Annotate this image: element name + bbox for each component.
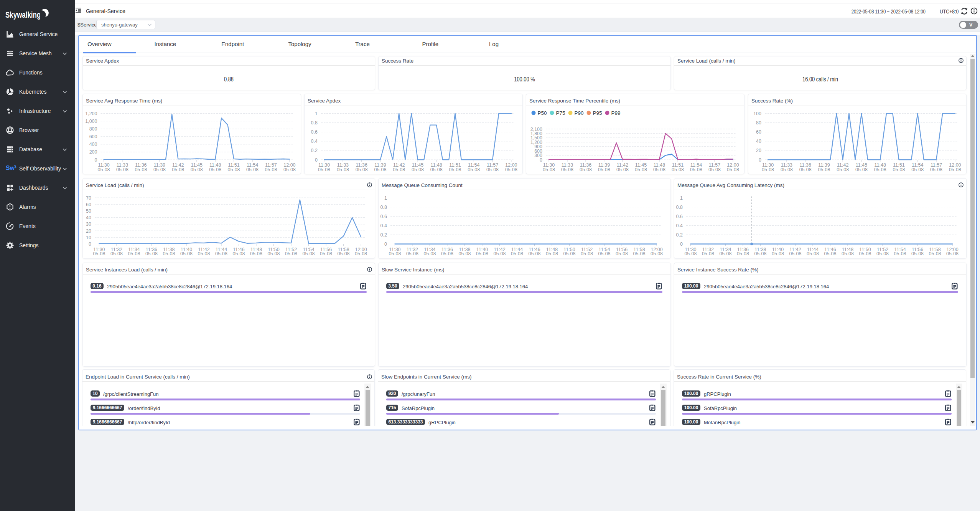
- svg-text:05-08: 05-08: [283, 167, 296, 172]
- svg-text:05-08: 05-08: [546, 251, 558, 256]
- svg-text:05-08: 05-08: [894, 251, 906, 256]
- svg-text:40: 40: [756, 139, 761, 144]
- svg-text:05-08: 05-08: [423, 251, 436, 256]
- svg-text:60: 60: [86, 202, 91, 207]
- svg-text:0: 0: [759, 157, 761, 163]
- svg-text:05-08: 05-08: [163, 251, 175, 256]
- svg-text:50: 50: [86, 208, 91, 214]
- svg-text:05-08: 05-08: [110, 251, 123, 256]
- svg-text:100: 100: [753, 111, 761, 116]
- svg-text:05-08: 05-08: [946, 251, 959, 256]
- svg-text:05-08: 05-08: [781, 167, 793, 172]
- svg-text:1,000: 1,000: [85, 119, 97, 124]
- svg-text:05-08: 05-08: [653, 167, 665, 172]
- svg-text:05-08: 05-08: [494, 251, 506, 256]
- svg-text:05-08: 05-08: [672, 167, 684, 172]
- svg-text:05-08: 05-08: [949, 167, 961, 172]
- svg-text:05-08: 05-08: [355, 251, 367, 256]
- svg-text:1: 1: [384, 195, 387, 201]
- svg-text:05-08: 05-08: [412, 167, 424, 172]
- svg-text:05-08: 05-08: [772, 251, 784, 256]
- svg-text:0.8: 0.8: [380, 205, 387, 210]
- svg-text:05-08: 05-08: [807, 251, 819, 256]
- svg-text:05-08: 05-08: [684, 251, 697, 256]
- svg-text:0.4: 0.4: [676, 223, 683, 228]
- svg-text:05-08: 05-08: [393, 167, 405, 172]
- svg-text:0: 0: [680, 241, 683, 247]
- svg-text:05-08: 05-08: [727, 167, 739, 172]
- svg-text:05-08: 05-08: [818, 167, 830, 172]
- svg-text:05-08: 05-08: [198, 251, 210, 256]
- svg-text:05-08: 05-08: [303, 251, 315, 256]
- svg-text:05-08: 05-08: [135, 167, 147, 172]
- svg-text:10: 10: [86, 235, 91, 240]
- svg-text:0: 0: [315, 157, 318, 163]
- svg-text:05-08: 05-08: [754, 251, 766, 256]
- svg-text:05-08: 05-08: [543, 167, 555, 172]
- svg-text:05-08: 05-08: [338, 251, 350, 256]
- svg-text:05-08: 05-08: [855, 167, 868, 172]
- svg-text:05-08: 05-08: [859, 251, 871, 256]
- svg-text:P75: P75: [556, 110, 565, 116]
- svg-text:05-08: 05-08: [561, 167, 573, 172]
- svg-text:05-08: 05-08: [842, 251, 854, 256]
- svg-text:05-08: 05-08: [430, 167, 443, 172]
- svg-text:05-08: 05-08: [116, 167, 128, 172]
- svg-text:05-08: 05-08: [598, 167, 610, 172]
- svg-text:05-08: 05-08: [762, 167, 774, 172]
- svg-text:20: 20: [756, 148, 761, 153]
- svg-text:05-08: 05-08: [209, 167, 221, 172]
- svg-text:70: 70: [86, 195, 91, 201]
- svg-text:60: 60: [756, 129, 761, 135]
- svg-text:40: 40: [86, 215, 91, 220]
- svg-text:05-08: 05-08: [580, 167, 592, 172]
- svg-text:05-08: 05-08: [228, 167, 240, 172]
- svg-text:0: 0: [95, 157, 97, 163]
- svg-text:05-08: 05-08: [374, 167, 387, 172]
- svg-text:05-08: 05-08: [930, 167, 942, 172]
- svg-text:05-08: 05-08: [616, 167, 629, 172]
- svg-text:0.6: 0.6: [380, 214, 387, 219]
- svg-text:05-08: 05-08: [476, 251, 488, 256]
- svg-text:05-08: 05-08: [468, 167, 480, 172]
- svg-text:80: 80: [756, 120, 761, 126]
- svg-text:05-08: 05-08: [318, 167, 330, 172]
- svg-text:05-08: 05-08: [268, 251, 280, 256]
- svg-text:05-08: 05-08: [180, 251, 193, 256]
- svg-text:05-08: 05-08: [929, 251, 941, 256]
- svg-text:05-08: 05-08: [737, 251, 749, 256]
- svg-text:05-08: 05-08: [789, 251, 802, 256]
- svg-text:05-08: 05-08: [563, 251, 576, 256]
- svg-text:0.8: 0.8: [676, 205, 683, 210]
- svg-text:05-08: 05-08: [690, 167, 702, 172]
- svg-text:05-08: 05-08: [708, 167, 721, 172]
- svg-text:05-08: 05-08: [911, 251, 924, 256]
- svg-text:05-08: 05-08: [633, 251, 646, 256]
- svg-text:05-08: 05-08: [486, 167, 499, 172]
- svg-text:0.8: 0.8: [311, 120, 318, 126]
- svg-text:0.6: 0.6: [311, 129, 318, 135]
- svg-text:0: 0: [89, 241, 91, 247]
- svg-text:05-08: 05-08: [719, 251, 731, 256]
- svg-text:05-08: 05-08: [876, 251, 889, 256]
- svg-text:05-08: 05-08: [529, 251, 541, 256]
- svg-text:05-08: 05-08: [702, 251, 714, 256]
- svg-text:05-08: 05-08: [616, 251, 628, 256]
- svg-text:05-08: 05-08: [799, 167, 812, 172]
- svg-text:0.4: 0.4: [311, 139, 318, 144]
- svg-text:05-08: 05-08: [191, 167, 203, 172]
- svg-text:05-08: 05-08: [505, 167, 517, 172]
- svg-text:05-08: 05-08: [145, 251, 158, 256]
- svg-text:05-08: 05-08: [837, 167, 849, 172]
- svg-text:P95: P95: [593, 110, 602, 116]
- svg-text:0.2: 0.2: [676, 232, 683, 238]
- svg-text:200: 200: [89, 149, 97, 155]
- svg-text:05-08: 05-08: [153, 167, 166, 172]
- svg-text:05-08: 05-08: [635, 167, 647, 172]
- svg-text:05-08: 05-08: [128, 251, 140, 256]
- svg-text:05-08: 05-08: [651, 251, 663, 256]
- svg-text:05-08: 05-08: [458, 251, 471, 256]
- svg-text:600: 600: [89, 134, 97, 139]
- svg-text:400: 400: [89, 142, 97, 147]
- svg-text:05-08: 05-08: [172, 167, 184, 172]
